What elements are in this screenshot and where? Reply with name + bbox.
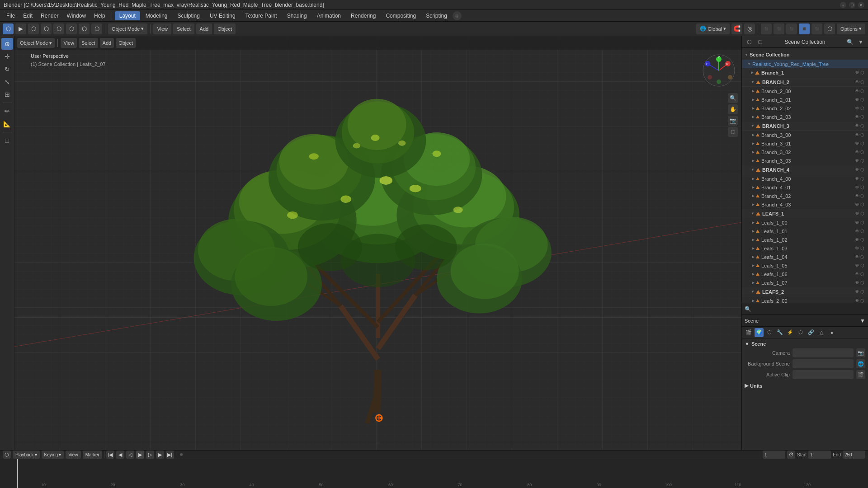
current-frame-input[interactable] — [763, 450, 785, 459]
active-clip-value[interactable] — [793, 370, 854, 379]
scene-section-header[interactable]: ▼ Scene — [745, 341, 865, 347]
properties-collapse[interactable]: ▼ — [860, 318, 865, 324]
leafs-1-header[interactable]: ▼ LEAFS_1 👁 ⬡ — [742, 209, 868, 218]
tl-prev-keyframe-button[interactable]: ◁ — [126, 450, 134, 459]
toolbar-icon-1[interactable]: ⬡ — [3, 23, 14, 34]
add-workspace-button[interactable]: + — [453, 11, 462, 20]
workspace-layout[interactable]: Layout — [115, 11, 140, 20]
tl-jump-end-button[interactable]: ▶| — [166, 450, 174, 459]
render-icon[interactable]: ⬡ — [728, 127, 738, 137]
menu-render[interactable]: Render — [37, 12, 62, 20]
branch-3-03-item[interactable]: ▶ Branch_3_03 👁 ⬡ — [742, 156, 868, 165]
branch-4-02-item[interactable]: ▶ Branch_4_02 👁 ⬡ — [742, 192, 868, 200]
workspace-shading[interactable]: Shading — [283, 11, 311, 20]
rotate-tool-button[interactable]: ↻ — [1, 63, 13, 75]
leafs-1-06-item[interactable]: ▶ Leafs_1_06 👁 ⬡ — [742, 270, 868, 278]
toolbar-icon-6[interactable]: ⬡ — [66, 23, 77, 34]
window-controls[interactable]: − □ × — [840, 2, 864, 8]
branch-2-01-item[interactable]: ▶ Branch_2_01 👁 ⬡ — [742, 95, 868, 104]
object-mode-button[interactable]: Object Mode ▾ — [108, 23, 147, 34]
active-clip-picker[interactable]: 🎬 — [856, 370, 865, 379]
workspace-animation[interactable]: Animation — [312, 11, 345, 20]
display-4-button[interactable]: ◾ — [799, 23, 810, 34]
global-button[interactable]: 🌐 Global ▾ — [696, 23, 730, 34]
leafs-2-header[interactable]: ▼ LEAFS_2 👁 ⬡ — [742, 287, 868, 296]
toolbar-icon-8[interactable]: ⬡ — [91, 23, 102, 34]
workspace-rendering[interactable]: Rendering — [346, 11, 380, 20]
camera-value[interactable] — [793, 348, 854, 357]
prop-scene-icon[interactable]: 🎬 — [744, 328, 753, 337]
branch-3-header[interactable]: ▼ BRANCH_3 👁 ⬡ — [742, 122, 868, 131]
leafs-1-05-item[interactable]: ▶ Leafs_1_05 👁 ⬡ — [742, 261, 868, 270]
cursor-tool-button[interactable]: ⊕ — [1, 38, 13, 50]
leafs-1-04-item[interactable]: ▶ Leafs_1_04 👁 ⬡ — [742, 253, 868, 261]
tl-next-keyframe-button[interactable]: ▷ — [146, 450, 154, 459]
leafs-1-02-item[interactable]: ▶ Leafs_1_02 👁 ⬡ — [742, 235, 868, 244]
tl-next-frame-button[interactable]: ▶ — [156, 450, 164, 459]
leafs-2-00-item[interactable]: ▶ Leafs_2_00 👁 ⬡ — [742, 296, 868, 303]
branch-2-00-item[interactable]: ▶ Branch_2_00 👁 ⬡ — [742, 87, 868, 95]
tl-jump-start-button[interactable]: |◀ — [106, 450, 114, 459]
tl-marker-button[interactable]: Marker — [83, 450, 102, 459]
branch-3-02-item[interactable]: ▶ Branch_3_02 👁 ⬡ — [742, 148, 868, 156]
options-button[interactable]: Options ▾ — [837, 23, 865, 34]
zoom-icon[interactable]: 🔍 — [728, 93, 738, 103]
object-mode-vp-button[interactable]: Object Mode ▾ — [17, 38, 55, 48]
branch-4-01-item[interactable]: ▶ Branch_4_01 👁 ⬡ — [742, 183, 868, 192]
toolbar-icon-7[interactable]: ⬡ — [79, 23, 90, 34]
branch-1-header[interactable]: ▶ Branch_1 👁 ⬡ — [742, 68, 868, 77]
tl-play-button[interactable]: ▶ — [136, 450, 144, 459]
toolbar-icon-5[interactable]: ⬡ — [53, 23, 64, 34]
scene-root-object[interactable]: ▼ Realistic_Young_Red_Maple_Tree — [742, 60, 868, 68]
leafs-1-03-item[interactable]: ▶ Leafs_1_03 👁 ⬡ — [742, 244, 868, 253]
minimize-button[interactable]: − — [840, 2, 846, 8]
timeline-ruler[interactable]: 10 20 30 40 50 60 70 80 90 100 — [0, 459, 868, 488]
toolbar-icon-4[interactable]: ⬡ — [41, 23, 52, 34]
branch-2-header[interactable]: ▼ BRANCH_2 👁 ⬡ — [742, 78, 868, 87]
prop-physics-icon[interactable]: ⬡ — [796, 328, 805, 337]
branch-4-header[interactable]: ▼ BRANCH_4 👁 ⬡ — [742, 165, 868, 174]
units-section-header[interactable]: ▶ Units — [745, 383, 865, 389]
display-2-button[interactable]: ◾ — [774, 23, 784, 34]
menu-edit[interactable]: Edit — [19, 12, 36, 20]
camera-picker[interactable]: 📷 — [856, 348, 865, 357]
snap-button[interactable]: 🧲 — [731, 23, 742, 34]
vp-object-button[interactable]: Object — [116, 38, 136, 48]
3d-viewport[interactable]: Object Mode ▾ View Select Add Object Use… — [14, 36, 741, 450]
branch-4-03-item[interactable]: ▶ Branch_4_03 👁 ⬡ — [742, 200, 868, 209]
annotate-tool-button[interactable]: ✏ — [1, 105, 13, 117]
display-1-button[interactable]: ◾ — [761, 23, 772, 34]
leafs-1-01-item[interactable]: ▶ Leafs_1_01 👁 ⬡ — [742, 227, 868, 235]
overlay-button[interactable]: ⬡ — [824, 23, 835, 34]
prop-modifier-icon[interactable]: 🔧 — [775, 328, 784, 337]
workspace-scripting[interactable]: Scripting — [421, 11, 452, 20]
move-tool-button[interactable]: ✛ — [1, 51, 13, 62]
hand-icon[interactable]: ✋ — [728, 104, 738, 114]
vp-select-button[interactable]: Select — [79, 38, 98, 48]
transform-tool-button[interactable]: ⊞ — [1, 89, 13, 100]
prop-particles-icon[interactable]: ⚡ — [786, 328, 795, 337]
branch-3-00-item[interactable]: ▶ Branch_3_00 👁 ⬡ — [742, 131, 868, 139]
workspace-uv-editing[interactable]: UV Editing — [205, 11, 240, 20]
workspace-modeling[interactable]: Modeling — [141, 11, 172, 20]
menu-help[interactable]: Help — [90, 12, 109, 20]
tl-frame-icon[interactable]: ⏱ — [787, 450, 795, 459]
prop-data-icon[interactable]: △ — [817, 328, 826, 337]
end-frame-input[interactable] — [843, 450, 865, 459]
toolbar-icon-3[interactable]: ⬡ — [28, 23, 39, 34]
rph-view-button[interactable]: ⬡ — [745, 38, 754, 47]
prop-constraints-icon[interactable]: 🔗 — [807, 328, 816, 337]
leafs-1-00-item[interactable]: ▶ Leafs_1_00 👁 ⬡ — [742, 218, 868, 227]
prop-object-icon[interactable]: ⬡ — [765, 328, 774, 337]
playback-button[interactable]: Playback ▾ — [13, 450, 40, 459]
start-frame-input[interactable] — [808, 450, 831, 459]
proportional-edit-button[interactable]: ◎ — [744, 23, 755, 34]
workspace-compositing[interactable]: Compositing — [381, 11, 420, 20]
display-3-button[interactable]: ◾ — [786, 23, 797, 34]
vp-view-button[interactable]: View — [61, 38, 77, 48]
tl-prev-frame-button[interactable]: ◀ — [116, 450, 124, 459]
workspace-sculpting[interactable]: Sculpting — [173, 11, 204, 20]
scale-tool-button[interactable]: ⤡ — [1, 76, 13, 88]
tl-view-button[interactable]: View — [66, 450, 81, 459]
leafs-1-07-item[interactable]: ▶ Leafs_1_07 👁 ⬡ — [742, 278, 868, 287]
